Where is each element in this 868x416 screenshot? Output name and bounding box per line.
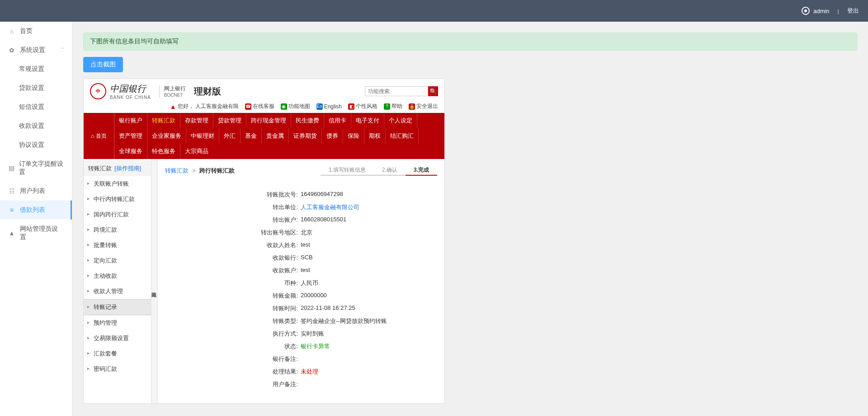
bank-nav-tab[interactable]: 转账汇款 bbox=[147, 113, 180, 128]
collapse-handle[interactable]: 隐藏菜单 bbox=[151, 159, 158, 403]
function-map[interactable]: ◉功能地图 bbox=[281, 103, 310, 110]
bank-nav-home[interactable]: ⌂ 首页 bbox=[84, 113, 114, 159]
help-icon: ? bbox=[384, 103, 390, 110]
bank-left-item[interactable]: 汇款套餐 bbox=[84, 346, 151, 361]
bank-nav-tab[interactable]: 全球服务 bbox=[114, 144, 147, 159]
sidebar-sub-item[interactable]: 短信设置 bbox=[0, 98, 72, 117]
bank-net-title: 网上银行 bbox=[164, 85, 186, 93]
sidebar-user-list[interactable]: ☷ 用户列表 bbox=[0, 182, 72, 201]
detail-label: 转出账号地区: bbox=[165, 229, 301, 237]
chevron-right-icon: > bbox=[192, 167, 196, 174]
bank-nav-tab[interactable]: 资产管理 bbox=[114, 128, 147, 144]
detail-row: 收款账户:test bbox=[165, 264, 437, 277]
bank-left-item[interactable]: 中行内转账汇款 bbox=[84, 192, 151, 207]
bank-left-item[interactable]: 收款人管理 bbox=[84, 284, 151, 299]
sidebar-home[interactable]: ⌂ 首页 bbox=[0, 22, 72, 41]
online-cs[interactable]: ☎在线客服 bbox=[245, 103, 274, 110]
bank-nav-tab[interactable]: 电子支付 bbox=[351, 113, 384, 128]
detail-label: 处理结果: bbox=[165, 368, 301, 376]
sidebar-order-text[interactable]: ▤ 订单文字提醒设置 bbox=[0, 154, 72, 182]
users-icon: ☷ bbox=[8, 187, 15, 195]
detail-label: 转出账户: bbox=[165, 216, 301, 224]
screenshot-button[interactable]: 点击截图 bbox=[83, 57, 123, 72]
bank-nav-tab[interactable]: 贵金属 bbox=[262, 128, 289, 144]
bank-nav-tab[interactable]: 个人设定 bbox=[384, 113, 417, 128]
detail-row: 转账类型:签约金融企业--网贷放款预约转账 bbox=[165, 315, 437, 327]
bank-nav-tab[interactable]: 债券 bbox=[322, 128, 343, 144]
sidebar-sub-item[interactable]: 收款设置 bbox=[0, 117, 72, 136]
detail-row: 币种:人民币 bbox=[165, 277, 437, 290]
detail-value: 实时到账 bbox=[301, 330, 324, 338]
list-icon: ▤ bbox=[8, 164, 14, 172]
bank-main: 转账汇款 > 跨行转账汇款 1.填写转账信息2.确认3.完成 转账批次号:164… bbox=[158, 159, 444, 403]
bank-left-item[interactable]: 跨境汇款 bbox=[84, 222, 151, 238]
detail-row: 执行方式:实时到账 bbox=[165, 327, 437, 340]
bank-search: 🔍 bbox=[365, 86, 438, 96]
bank-net-sub: BOCNET bbox=[164, 93, 186, 98]
bank-left-item[interactable]: 关联账户转账 bbox=[84, 176, 151, 192]
bank-left-item[interactable]: 预约管理 bbox=[84, 315, 151, 331]
breadcrumb-row: 转账汇款 > 跨行转账汇款 1.填写转账信息2.确认3.完成 bbox=[165, 164, 437, 180]
bank-nav-tab[interactable]: 民生缴费 bbox=[291, 113, 324, 128]
bank-left-item[interactable]: 定向汇款 bbox=[84, 253, 151, 268]
bank-nav-tab[interactable]: 存款管理 bbox=[180, 113, 213, 128]
sidebar-sub-item[interactable]: 协议设置 bbox=[0, 136, 72, 154]
bank-left-item[interactable]: 主动收款 bbox=[84, 268, 151, 284]
bank-nav-tab[interactable]: 特色服务 bbox=[147, 144, 180, 159]
sidebar-sub-item[interactable]: 常规设置 bbox=[0, 60, 72, 79]
headset-icon: ☎ bbox=[245, 103, 251, 110]
sidebar-system[interactable]: ✿ 系统设置 ˄ bbox=[0, 41, 72, 60]
bank-nav-tab[interactable]: 企业家服务 bbox=[147, 128, 186, 144]
bank-nav-tab[interactable]: 信用卡 bbox=[324, 113, 351, 128]
bank-left-item[interactable]: 交易限额设置 bbox=[84, 331, 151, 346]
detail-row: 转出单位:人工客服金融有限公司 bbox=[165, 201, 437, 214]
bank-left-item[interactable]: 国内跨行汇款 bbox=[84, 207, 151, 222]
detail-label: 收款人姓名: bbox=[165, 241, 301, 249]
bank-nav-tab[interactable]: 证券期货 bbox=[289, 128, 322, 144]
detail-value: test bbox=[301, 266, 310, 275]
bank-left-item[interactable]: 转账记录 bbox=[84, 299, 151, 315]
bank-left-item[interactable]: 批量转账 bbox=[84, 238, 151, 253]
bank-search-input[interactable] bbox=[365, 86, 428, 96]
detail-value: 签约金融企业--网贷放款预约转账 bbox=[301, 317, 387, 325]
sidebar-sub-item[interactable]: 贷款设置 bbox=[0, 79, 72, 98]
search-button[interactable]: 🔍 bbox=[428, 86, 438, 96]
sidebar-order-text-label: 订单文字提醒设置 bbox=[19, 160, 64, 176]
operation-guide-link[interactable]: [操作指南] bbox=[114, 164, 141, 173]
logout-link[interactable]: 登出 bbox=[847, 7, 859, 15]
separator: | bbox=[838, 8, 839, 14]
admin-sidebar: ⌂ 首页 ✿ 系统设置 ˄ 常规设置贷款设置短信设置收款设置协议设置 ▤ 订单文… bbox=[0, 22, 72, 416]
bank-logo: 中 中国银行 BANK OF CHINA 网上银行 BOCNET 理财版 bbox=[90, 83, 221, 100]
bank-utility-bar: ▲ 您好，人工客服金融有限 ☎在线客服 ◉功能地图 EnEnglish ◧个性风… bbox=[84, 100, 444, 113]
sidebar-admin-label: 网站管理员设置 bbox=[20, 225, 64, 241]
bank-nav-tab[interactable]: 银行账户 bbox=[114, 113, 147, 128]
chevron-up-icon: ˄ bbox=[61, 47, 64, 53]
steps: 1.填写转账信息2.确认3.完成 bbox=[321, 165, 437, 176]
bank-nav-tab[interactable]: 保险 bbox=[343, 128, 364, 144]
detail-row: 转出账号地区:北京 bbox=[165, 226, 437, 239]
user-block: admin | 登出 bbox=[802, 7, 859, 15]
bank-left-item[interactable]: 密码汇款 bbox=[84, 361, 151, 377]
breadcrumb-1[interactable]: 转账汇款 bbox=[165, 167, 189, 175]
sidebar-loan-list[interactable]: ≡ 借款列表 bbox=[0, 201, 72, 220]
bank-nav-tab[interactable]: 跨行现金管理 bbox=[246, 113, 291, 128]
detail-value: 人工客服金融有限公司 bbox=[301, 203, 359, 211]
safe-exit[interactable]: 🔒安全退出 bbox=[409, 103, 438, 110]
bank-nav-tab[interactable]: 外汇 bbox=[219, 128, 241, 144]
bank-nav-tab[interactable]: 中银理财 bbox=[186, 128, 219, 144]
english-link[interactable]: EnEnglish bbox=[316, 103, 342, 110]
detail-value: 银行卡异常 bbox=[301, 342, 330, 351]
bank-nav-tab[interactable]: 期权 bbox=[364, 128, 386, 144]
bank-nav-tab[interactable]: 大宗商品 bbox=[180, 144, 213, 159]
detail-value: test bbox=[301, 241, 310, 249]
help-link[interactable]: ?帮助 bbox=[384, 103, 402, 110]
style-link[interactable]: ◧个性风格 bbox=[348, 103, 377, 110]
detail-value: 北京 bbox=[301, 229, 312, 237]
detail-label: 状态: bbox=[165, 342, 301, 351]
bank-nav-tab[interactable]: 基金 bbox=[241, 128, 262, 144]
bank-nav-tab[interactable]: 贷款管理 bbox=[213, 113, 246, 128]
bank-name-zh: 中国银行 bbox=[110, 83, 151, 95]
bank-nav-tab[interactable]: 结汇购汇 bbox=[386, 128, 419, 144]
sidebar-admin[interactable]: ▲ 网站管理员设置 bbox=[0, 220, 72, 247]
bank-nav-home-label: 首页 bbox=[96, 132, 107, 140]
